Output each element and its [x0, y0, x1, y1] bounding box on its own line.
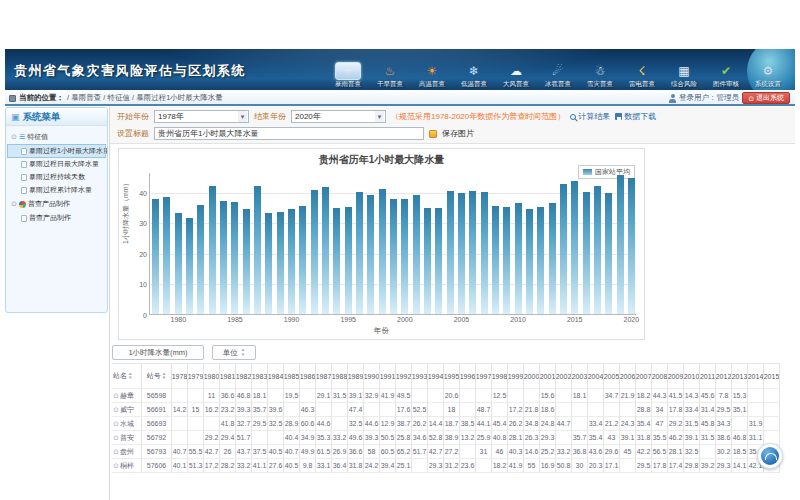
bar-2010[interactable]	[515, 203, 522, 314]
bar-1991[interactable]	[299, 206, 306, 314]
expand-row-icon[interactable]: ⊙	[113, 448, 119, 456]
toolbar-item-干旱普查[interactable]: ♨干旱普查	[369, 61, 411, 89]
end-year-select[interactable]: 2020年 ▾	[291, 110, 386, 123]
toolbar-item-图件审核[interactable]: ✔图件审核	[705, 61, 747, 89]
station-name-cell[interactable]: ⊙普安	[112, 431, 142, 445]
col-header-station[interactable]: 站名▲▼	[112, 363, 142, 389]
toolbar-item-冰雹普查[interactable]: ☄冰雹普查	[537, 61, 579, 89]
bar-1983[interactable]	[209, 186, 216, 314]
col-header-2009[interactable]: 2009	[668, 363, 684, 389]
start-year-select[interactable]: 1978年 ▾	[154, 110, 249, 123]
bar-2006[interactable]	[469, 191, 476, 314]
toolbar-item-大风普查[interactable]: ☁大风普查	[495, 61, 537, 89]
sidebar-item-暴雨过程累计降水量[interactable]: 暴雨过程累计降水量	[8, 184, 105, 196]
sidebar-group-特征值[interactable]: ⊙☰特征值	[8, 130, 105, 144]
bar-2014[interactable]	[560, 184, 567, 314]
col-header-1994[interactable]: 1994	[428, 363, 444, 389]
bar-1987[interactable]	[254, 186, 261, 314]
bar-2020[interactable]	[628, 178, 635, 314]
floating-widget-button[interactable]	[757, 443, 783, 469]
bar-2017[interactable]	[594, 186, 601, 314]
col-header-2015[interactable]: 2015	[764, 363, 780, 389]
metric-chip[interactable]: 1小时降水量(mm)	[112, 345, 204, 360]
chevron-down-icon[interactable]: ▾	[238, 111, 247, 122]
bar-1981[interactable]	[186, 218, 193, 314]
station-name-cell[interactable]: ⊙盘州	[112, 445, 142, 459]
bar-1980[interactable]	[175, 213, 182, 314]
chart-title-input[interactable]: 贵州省历年1小时最大降水量	[154, 127, 424, 140]
station-name-cell[interactable]: ⊙水城	[112, 417, 142, 431]
expand-icon[interactable]: ⊙	[11, 133, 17, 141]
col-header-1979[interactable]: 1979	[188, 363, 204, 389]
logout-button[interactable]: ⊙ 退出系统	[742, 92, 790, 104]
col-header-1984[interactable]: 1984	[268, 363, 284, 389]
bar-2007[interactable]	[481, 192, 488, 314]
col-header-1978[interactable]: 1978	[172, 363, 188, 389]
bar-1993[interactable]	[322, 187, 329, 314]
bar-2012[interactable]	[537, 207, 544, 314]
expand-icon[interactable]: ⊙	[11, 200, 17, 208]
col-header-1982[interactable]: 1982	[236, 363, 252, 389]
expand-row-icon[interactable]: ⊙	[113, 406, 119, 414]
bar-1978[interactable]	[152, 199, 159, 314]
sidebar-item-暴雨过程持续天数[interactable]: 暴雨过程持续天数	[8, 171, 105, 183]
bar-2009[interactable]	[503, 207, 510, 314]
toolbar-item-综合风险[interactable]: ▦综合风险	[663, 61, 705, 89]
col-header-1985[interactable]: 1985	[284, 363, 300, 389]
sort-arrows-icon[interactable]: ▲▼	[128, 372, 132, 381]
col-header-2004[interactable]: 2004	[588, 363, 604, 389]
col-header-1998[interactable]: 1998	[492, 363, 508, 389]
bar-1984[interactable]	[220, 201, 227, 314]
sort-arrows-icon[interactable]: ▲▼	[241, 348, 245, 357]
expand-row-icon[interactable]: ⊙	[113, 462, 119, 470]
col-header-1981[interactable]: 1981	[220, 363, 236, 389]
col-header-1987[interactable]: 1987	[316, 363, 332, 389]
breadcrumb-path[interactable]: / 暴雨普查 / 特征值 / 暴雨过程1小时最大降水量	[67, 93, 223, 103]
bar-2015[interactable]	[571, 181, 578, 314]
col-header-2014[interactable]: 2014	[748, 363, 764, 389]
col-header-1986[interactable]: 1986	[300, 363, 316, 389]
col-header-2002[interactable]: 2002	[556, 363, 572, 389]
bar-2018[interactable]	[605, 193, 612, 314]
toolbar-item-低温普查[interactable]: ❄低温普查	[453, 61, 495, 89]
col-header-2006[interactable]: 2006	[620, 363, 636, 389]
toolbar-item-雷电普查[interactable]: ☇雷电普查	[621, 61, 663, 89]
bar-2016[interactable]	[583, 192, 590, 314]
bar-2003[interactable]	[435, 208, 442, 314]
bar-2002[interactable]	[424, 208, 431, 314]
bar-2008[interactable]	[492, 206, 499, 314]
col-header-1999[interactable]: 1999	[508, 363, 524, 389]
col-header-1991[interactable]: 1991	[380, 363, 396, 389]
bar-1997[interactable]	[367, 195, 374, 314]
bar-2004[interactable]	[447, 191, 454, 314]
sidebar-item-暴雨过程日最大降水量[interactable]: 暴雨过程日最大降水量	[8, 158, 105, 170]
bar-1990[interactable]	[288, 209, 295, 314]
toolbar-item-暴雨普查[interactable]: ☂暴雨普查	[327, 61, 369, 89]
save-image-button[interactable]: 保存图片	[442, 128, 474, 139]
toolbar-item-雪灾普查[interactable]: ☃雪灾普查	[579, 61, 621, 89]
sidebar-group-普查产品制作[interactable]: ⊙普查产品制作	[8, 197, 105, 211]
chevron-down-icon[interactable]: ▾	[375, 111, 384, 122]
station-name-cell[interactable]: ⊙威宁	[112, 403, 142, 417]
station-name-cell[interactable]: ⊙赫章	[112, 389, 142, 403]
col-header-2011[interactable]: 2011	[700, 363, 716, 389]
col-header-1996[interactable]: 1996	[460, 363, 476, 389]
bar-1979[interactable]	[163, 197, 170, 314]
bar-1988[interactable]	[265, 213, 272, 314]
expand-row-icon[interactable]: ⊙	[113, 420, 119, 428]
col-header-1980[interactable]: 1980	[204, 363, 220, 389]
unit-sort-chip[interactable]: 单位 ▲▼	[212, 345, 256, 360]
bar-1996[interactable]	[356, 192, 363, 314]
col-header-1997[interactable]: 1997	[476, 363, 492, 389]
calculate-button[interactable]: 计算结果	[570, 111, 610, 122]
bar-1992[interactable]	[311, 190, 318, 314]
bar-1998[interactable]	[379, 189, 386, 314]
bar-2005[interactable]	[458, 193, 465, 314]
col-header-1989[interactable]: 1989	[348, 363, 364, 389]
col-header-2005[interactable]: 2005	[604, 363, 620, 389]
bar-1982[interactable]	[197, 205, 204, 314]
col-header-2001[interactable]: 2001	[540, 363, 556, 389]
col-header-2000[interactable]: 2000	[524, 363, 540, 389]
toolbar-item-高温普查[interactable]: ☀高温普查	[411, 61, 453, 89]
col-header-id[interactable]: 站号▲▼	[142, 363, 172, 389]
